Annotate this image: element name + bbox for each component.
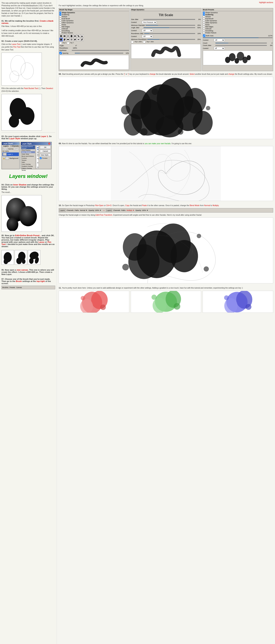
protect-texture-checkbox[interactable] xyxy=(59,32,61,34)
style-outer-glow[interactable]: Outer Glow xyxy=(21,153,35,155)
blend-mode-dropdown[interactable]: Normal xyxy=(3,148,8,150)
style-inner-shadow[interactable]: Inner Shadow xyxy=(21,151,35,153)
control-label-3: Control: xyxy=(131,36,141,38)
shape-flip-y-checkbox[interactable] xyxy=(143,41,145,43)
control-select-2[interactable]: Off xyxy=(142,29,153,32)
svg-point-2 xyxy=(10,71,19,82)
tip-2[interactable] xyxy=(63,34,66,38)
color-dynamics-checkbox[interactable] xyxy=(59,20,61,22)
tip-5[interactable] xyxy=(73,34,77,38)
flip-y-checkbox[interactable] xyxy=(67,42,69,44)
scat-other-cb[interactable] xyxy=(203,22,205,24)
styles-list: Blending Options: Default Drop Shadow In… xyxy=(21,145,36,169)
both-axes-checkbox[interactable] xyxy=(203,34,205,37)
hardness-label: Hardness xyxy=(59,50,71,51)
scat-control-label: Control: xyxy=(203,39,213,41)
fractal-image-09 xyxy=(59,146,273,201)
dual-brush-checkbox[interactable] xyxy=(59,18,61,20)
tip-6[interactable] xyxy=(77,34,80,38)
size-jitter-track[interactable] xyxy=(144,19,195,20)
smoothing-checkbox[interactable] xyxy=(59,30,61,32)
canvas-tab[interactable]: Canvas xyxy=(16,286,22,289)
flip-x-checkbox[interactable] xyxy=(59,42,62,44)
scat-smooth-cb[interactable] xyxy=(203,30,205,32)
scat-control-select[interactable]: Off xyxy=(214,39,225,42)
count-jitter-track[interactable] xyxy=(215,45,267,46)
noise-checkbox[interactable] xyxy=(59,24,61,26)
tip-4[interactable] xyxy=(70,34,73,38)
tip-8-selected[interactable] xyxy=(59,38,63,41)
scat-protect: Protect Texture xyxy=(203,32,272,34)
preview-checkbox[interactable] xyxy=(40,157,42,159)
texture-checkbox[interactable] xyxy=(59,16,61,18)
tab-channels[interactable]: Channels xyxy=(10,145,20,147)
control-select-1[interactable]: Pen Pressure xyxy=(142,21,157,24)
style-color-overlay[interactable]: Color Overlay xyxy=(21,163,35,165)
spacing-checkbox[interactable] xyxy=(59,52,62,54)
flip-y-label: Flip Y xyxy=(70,42,74,44)
other-dynamics-checkbox[interactable] xyxy=(59,22,61,24)
shape-flip-x-checkbox[interactable] xyxy=(131,41,133,43)
presets-tab[interactable]: Presets xyxy=(9,286,16,289)
style-pattern-overlay[interactable]: Pattern Overlay xyxy=(21,167,35,169)
opacity-input[interactable]: 100% xyxy=(14,148,18,150)
scat-noise-cb[interactable] xyxy=(203,24,205,26)
min-diameter-track[interactable] xyxy=(146,25,195,26)
layer-1-row[interactable]: Layer 1 xyxy=(3,152,19,156)
scat-air-cb[interactable] xyxy=(203,28,205,30)
wet-edges-checkbox[interactable] xyxy=(59,26,61,28)
svg-point-28 xyxy=(74,38,76,41)
bg-label: Background xyxy=(10,158,18,159)
close-button[interactable]: × xyxy=(48,142,50,145)
tip-1[interactable] xyxy=(59,34,63,38)
style-gradient-overlay[interactable]: Gradient Overlay xyxy=(21,165,35,167)
cancel-button[interactable]: Cancel xyxy=(40,150,51,153)
tip-3[interactable] xyxy=(66,34,70,38)
style-contour[interactable]: Contour xyxy=(21,157,35,159)
scat-texture-cb[interactable] xyxy=(203,16,205,18)
fill-row: Fill: 100% xyxy=(3,150,19,152)
style-texture[interactable]: Texture xyxy=(21,159,35,161)
scat-wet-cb[interactable] xyxy=(203,26,205,28)
tip-7[interactable] xyxy=(80,34,84,38)
svg-point-43 xyxy=(124,114,142,136)
tip-9[interactable] xyxy=(63,38,66,41)
brushes-tab[interactable]: Brushes xyxy=(2,286,9,289)
scat-protect-cb[interactable] xyxy=(203,32,205,34)
new-style-button[interactable]: New Style... xyxy=(40,153,51,157)
angle-jitter-track[interactable] xyxy=(144,27,195,28)
style-satin[interactable]: Satin xyxy=(21,161,35,163)
hardness-track[interactable] xyxy=(72,50,129,51)
tip-12[interactable] xyxy=(73,38,77,41)
ok-button[interactable]: OK xyxy=(40,146,51,149)
airbrush-checkbox[interactable] xyxy=(59,28,61,30)
scat-color-cb[interactable] xyxy=(203,20,205,22)
step-10-text: So Open the fractal image in Photoshop F… xyxy=(62,204,219,206)
tip-11[interactable] xyxy=(70,38,73,41)
style-bevel[interactable]: Bevel and Emboss xyxy=(21,155,35,157)
count-track[interactable] xyxy=(215,43,267,44)
style-item-default[interactable]: Blending Options: Default xyxy=(21,146,35,149)
scat-shape-dyn-cb[interactable] xyxy=(203,12,205,14)
scat-scattering-cb[interactable] xyxy=(203,14,205,16)
scat-control2-select[interactable]: off xyxy=(214,47,225,50)
background-row[interactable]: 🔒 Background xyxy=(3,156,19,160)
step-02-title: Create a new Layer (Shift+Ctrl+N). xyxy=(5,40,37,42)
style-stroke[interactable]: Stroke xyxy=(21,169,35,171)
tip-10[interactable] xyxy=(66,38,70,41)
shape-dynamics-checkbox[interactable] xyxy=(59,12,61,14)
shape-flip-y-label: Flip Y Jitter xyxy=(146,41,154,43)
control-select-3[interactable]: Off xyxy=(142,35,153,38)
tab-layers[interactable]: Layers xyxy=(2,145,10,147)
tip-14[interactable] xyxy=(80,38,84,41)
roundness-jitter-track[interactable] xyxy=(144,33,195,34)
spacing-track[interactable] xyxy=(75,53,123,54)
tip-13[interactable] xyxy=(77,38,80,41)
style-drop-shadow[interactable]: Drop Shadow xyxy=(21,149,35,151)
scatter-track[interactable] xyxy=(203,38,272,38)
svg-point-20 xyxy=(71,35,72,37)
min-roundness-track[interactable] xyxy=(147,39,195,40)
scat-dual-cb[interactable] xyxy=(203,18,205,20)
shape-dynamics-panel: Shape Dynamics Tilt Scale Size Jitter 0%… xyxy=(130,8,201,71)
scattering-checkbox[interactable] xyxy=(59,14,61,16)
